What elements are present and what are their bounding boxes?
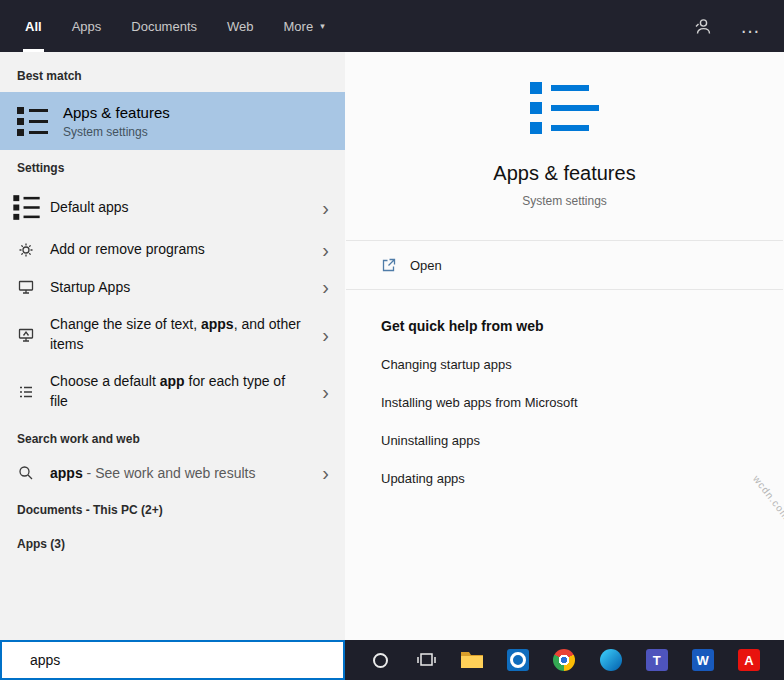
chevron-right-icon [322,385,333,399]
list-icon [17,384,35,400]
divider [346,289,783,290]
web-search-query: apps [50,465,83,481]
tab-all[interactable]: All [10,0,57,52]
result-startup-apps[interactable]: Startup Apps [0,269,345,307]
edge-icon[interactable] [598,647,624,673]
acrobat-icon[interactable] [736,647,762,673]
help-link-uninstalling[interactable]: Uninstalling apps [381,433,748,448]
tab-documents[interactable]: Documents [116,0,212,52]
result-label: Add or remove programs [50,241,205,257]
result-label: Choose a default [50,373,160,389]
quick-help-header: Get quick help from web [381,318,748,334]
result-label: Change the size of text, [50,316,201,332]
search-web-section-header: Search work and web [0,421,345,455]
default-apps-icon [17,193,35,222]
best-match-subtitle: System settings [63,125,170,139]
help-link-updating[interactable]: Updating apps [381,471,748,486]
result-add-remove-programs[interactable]: Add or remove programs [0,231,345,269]
search-filter-bar: All Apps Documents Web More [0,0,784,52]
open-label: Open [410,258,442,273]
tab-documents-label: Documents [131,19,197,34]
result-label: Default apps [50,199,129,215]
tab-web-label: Web [227,19,254,34]
help-link-changing-startup[interactable]: Changing startup apps [381,357,748,372]
word-icon[interactable] [690,647,716,673]
display-icon [17,327,35,343]
apps-section-header: Apps (3) [0,526,345,560]
chevron-right-icon [322,328,333,342]
open-icon [381,257,397,273]
best-match-result[interactable]: Apps & features System settings [0,92,345,150]
chevron-right-icon [322,466,333,480]
cortana-icon[interactable] [367,647,393,673]
best-match-title: Apps & features [63,104,170,121]
chevron-down-icon [320,21,325,31]
search-icon [17,465,35,481]
help-link-installing-web-apps[interactable]: Installing web apps from Microsoft [381,395,748,410]
tab-apps[interactable]: Apps [57,0,117,52]
open-action[interactable]: Open [345,241,784,289]
documents-section-header: Documents - This PC (2+) [0,492,345,526]
tab-more-label: More [284,19,314,34]
result-web-search[interactable]: apps - See work and web results [0,455,345,493]
best-match-header: Best match [0,58,345,92]
file-explorer-icon[interactable] [459,647,485,673]
chevron-right-icon [322,280,333,294]
outlook-icon[interactable] [505,647,531,673]
tab-apps-label: Apps [72,19,102,34]
result-label: Startup Apps [50,279,130,295]
settings-section-header: Settings [0,150,345,184]
tab-web[interactable]: Web [212,0,269,52]
preview-title: Apps & features [493,162,635,185]
preview-panel: Apps & features System settings Open Get… [345,52,784,640]
apps-features-icon [17,107,48,136]
more-options-icon[interactable] [740,21,760,31]
search-box [0,640,345,680]
teams-icon[interactable] [644,647,670,673]
search-results-panel: Best match Apps & features System settin… [0,52,345,640]
result-default-apps[interactable]: Default apps [0,184,345,231]
task-view-icon[interactable] [413,647,439,673]
taskbar [345,640,784,680]
user-feedback-icon[interactable] [693,17,712,36]
tab-more[interactable]: More [269,0,340,52]
windows-search-flyout: All Apps Documents Web More [0,0,784,680]
result-label-bold: app [160,373,185,389]
result-change-text-size[interactable]: Change the size of text, apps, and other… [0,306,345,363]
tab-all-label: All [25,19,42,34]
chevron-right-icon [322,201,333,215]
result-label-bold: apps [201,316,234,332]
preview-subtitle: System settings [522,194,607,208]
web-search-hint: - See work and web results [83,465,256,481]
search-input[interactable] [2,642,343,678]
apps-features-large-icon [530,82,599,134]
chrome-icon[interactable] [551,647,577,673]
gear-icon [17,242,35,258]
result-choose-default-app[interactable]: Choose a default app for each type of fi… [0,363,345,420]
chevron-right-icon [322,243,333,257]
monitor-icon [17,279,35,295]
